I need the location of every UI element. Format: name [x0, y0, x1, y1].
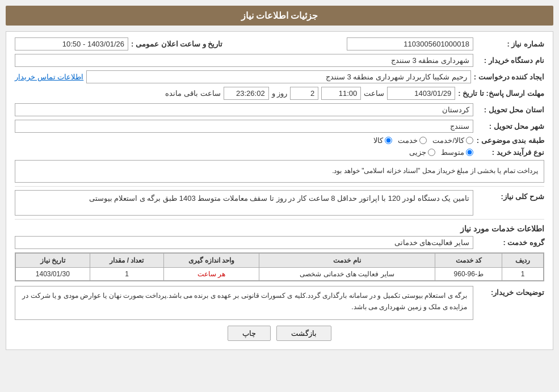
cell-radif: 1: [502, 268, 544, 281]
tabaqe-radio-group: کالا/خدمت خدمت کالا: [373, 136, 473, 145]
tawzih-value: برگه ی استعلام بیوستی تکمیل و در سامانه …: [15, 286, 473, 320]
saat-value: 11:00: [321, 87, 361, 100]
cell-vahad: هر ساعت: [164, 268, 259, 281]
radio-kala-item[interactable]: کالا: [373, 136, 392, 145]
saat-label: ساعت: [364, 89, 384, 98]
tarikh-elan-label: تاریخ و ساعت اعلان عمومی :: [131, 40, 222, 48]
ostan-label: استان محل تحویل :: [476, 106, 544, 114]
rooz-value: 2: [290, 87, 318, 100]
radio-motevaset-label: متوسط: [441, 148, 464, 157]
radio-kala-khedmat[interactable]: [466, 137, 473, 144]
farayand-radio-group: متوسط جزیی: [409, 148, 473, 157]
col-radif: ردیف: [502, 254, 544, 268]
sharh-label: شرح کلی نیاز:: [476, 190, 544, 201]
cell-kod: ط-96-960: [435, 268, 502, 281]
radio-khedmat-label: خدمت: [398, 136, 418, 145]
ettelaat-tamas-link[interactable]: اطلاعات تماس خریدار: [15, 73, 83, 81]
button-row: بازگشت چاپ: [15, 326, 544, 344]
tabaqe-label: طبقه بندی موضوعی :: [476, 136, 544, 145]
radio-kala-khedmat-label: کالا/خدمت: [432, 136, 464, 145]
shomara-niaz-value: 1103005601000018: [347, 37, 473, 50]
print-button[interactable]: چاپ: [228, 326, 271, 341]
cell-tedaad: 1: [90, 268, 164, 281]
radio-jozyi-item[interactable]: جزیی: [409, 148, 435, 157]
now-farayand-label: نوع فرآیند خرید :: [476, 148, 544, 157]
radio-khedmat-item[interactable]: خدمت: [398, 136, 427, 145]
sharh-value: تامین یک دستگاه لودر 120 با اپراتور حداق…: [15, 190, 473, 216]
ijad-konande-value: رحیم شکیبا کاربردار شهرداری منطقه 3 سنند…: [86, 70, 471, 83]
services-table-container: ردیف کد خدمت نام خدمت واحد اندازه گیری ت…: [15, 252, 544, 281]
tarikh-elan-value: 1403/01/26 - 10:50: [15, 37, 128, 50]
radio-khedmat[interactable]: [419, 137, 427, 144]
col-naam: نام خدمت: [259, 254, 435, 268]
ostan-value: کردستان: [15, 103, 473, 116]
saat-baqi-label: ساعت باقی مانده: [165, 89, 220, 98]
cell-tarikh: 1403/01/30: [16, 268, 90, 281]
date-value: 1403/01/29: [387, 87, 455, 100]
col-tarikh: تاریخ نیاز: [16, 254, 90, 268]
page-header: جزئیات اطلاعات نیاز: [6, 6, 553, 26]
rooz-label: روز و: [272, 89, 288, 98]
radio-jozyi-label: جزیی: [409, 148, 426, 157]
col-vahad: واحد اندازه گیری: [164, 254, 259, 268]
notice-box: پرداخت تمام یا بخشی از مبلغ خریداز محل "…: [15, 160, 544, 183]
time-remain: 23:26:02: [224, 87, 269, 100]
services-table: ردیف کد خدمت نام خدمت واحد اندازه گیری ت…: [15, 253, 544, 281]
khadamat-section-title: اطلاعات خدمات مورد نیاز: [15, 224, 544, 233]
back-button[interactable]: بازگشت: [276, 326, 331, 341]
nam-dastgah-value: شهرداری منطقه 3 سنندج: [15, 54, 473, 67]
radio-kala-khedmat-item[interactable]: کالا/خدمت: [432, 136, 473, 145]
goroh-label: گروه خدمت :: [476, 238, 544, 247]
table-row: 1 ط-96-960 سایر فعالیت های خدماتی شخصی ه…: [16, 268, 544, 281]
shomara-niaz-label: شماره نیاز :: [476, 40, 544, 48]
ijad-konande-label: ایجاد کننده درخواست :: [474, 73, 544, 81]
col-tedaad: تعداد / مقدار: [90, 254, 164, 268]
notice-text: پرداخت تمام یا بخشی از مبلغ خریداز محل "…: [332, 167, 538, 175]
radio-kala-label: کالا: [373, 136, 383, 145]
radio-motevaset-item[interactable]: متوسط: [441, 148, 473, 157]
nam-dastgah-label: نام دستگاه خریدار :: [476, 56, 544, 65]
page-title: جزئیات اطلاعات نیاز: [241, 11, 318, 20]
tawzih-label: توضیحات خریدار:: [476, 286, 544, 297]
mohlat-ersal-label: مهلت ارسال پاسخ: تا تاریخ :: [458, 89, 544, 98]
radio-jozyi[interactable]: [428, 149, 435, 156]
cell-naam: سایر فعالیت های خدماتی شخصی: [259, 268, 435, 281]
radio-kala[interactable]: [385, 137, 392, 144]
col-kod: کد خدمت: [435, 254, 502, 268]
radio-motevaset[interactable]: [466, 149, 473, 156]
shahr-label: شهر محل تحویل :: [476, 122, 544, 130]
goroh-value: سایر فعالیت‌های خدماتی: [15, 236, 473, 249]
shahr-value: سنندج: [15, 120, 473, 133]
